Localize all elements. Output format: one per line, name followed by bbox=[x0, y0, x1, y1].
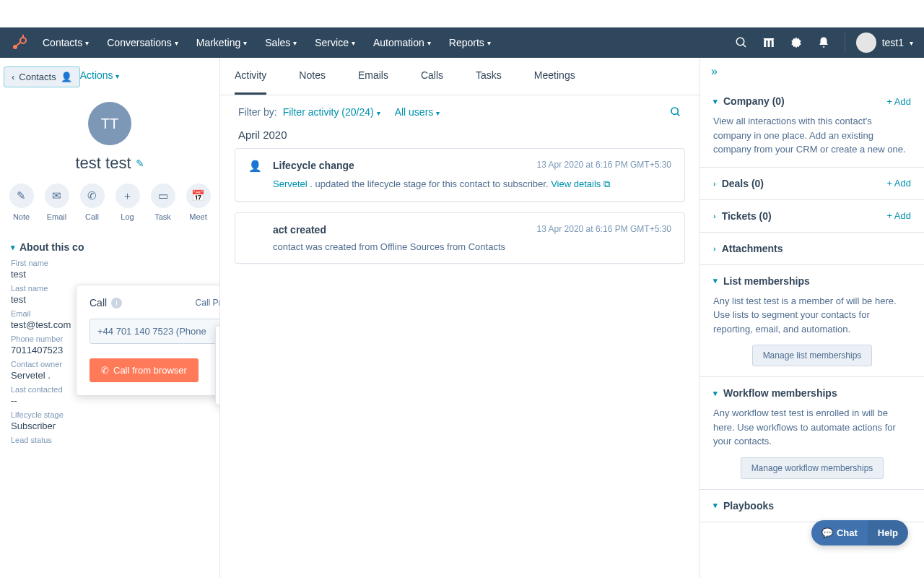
nav-conversations[interactable]: Conversations▾ bbox=[107, 37, 178, 48]
provider-dropdown: RingCentral Servetel HubSpot bbox=[215, 325, 220, 405]
add-deal-button[interactable]: + Add bbox=[886, 178, 911, 189]
tab-activity[interactable]: Activity bbox=[235, 58, 266, 95]
chevron-right-icon[interactable]: › bbox=[713, 212, 716, 220]
call-popover-title: Call bbox=[90, 297, 107, 309]
svg-point-10 bbox=[671, 108, 678, 114]
phone-icon: ✆ bbox=[101, 365, 109, 376]
tab-tasks[interactable]: Tasks bbox=[476, 58, 502, 95]
chevron-right-icon[interactable]: › bbox=[713, 244, 716, 253]
about-section-head[interactable]: ▾About this co bbox=[0, 228, 219, 259]
user-menu[interactable]: test1▾ bbox=[845, 33, 913, 53]
call-provider-label: Call Provider bbox=[196, 298, 220, 308]
tab-meetings[interactable]: Meetings bbox=[534, 58, 575, 95]
svg-line-2 bbox=[17, 42, 21, 46]
chevron-down-icon[interactable]: ▾ bbox=[713, 97, 718, 106]
call-popover: Call i Call Provider Servetel▾ ✆Call fro… bbox=[76, 285, 220, 396]
svg-line-11 bbox=[677, 113, 679, 116]
svg-rect-7 bbox=[767, 40, 770, 47]
edit-name-icon[interactable]: ✎ bbox=[136, 158, 144, 169]
chat-button[interactable]: 💬Chat bbox=[811, 520, 868, 545]
task-button[interactable]: ▭ bbox=[151, 184, 175, 208]
log-button[interactable]: ＋ bbox=[116, 184, 140, 208]
user-avatar-icon bbox=[856, 33, 876, 53]
help-icon[interactable]: i bbox=[111, 298, 122, 309]
filter-users-dropdown[interactable]: All users ▾ bbox=[395, 106, 440, 118]
nav-reports[interactable]: Reports▾ bbox=[449, 37, 491, 48]
timeline-card: 👤 Lifecycle change13 Apr 2020 at 6:16 PM… bbox=[235, 148, 685, 202]
meet-button[interactable]: 📅 bbox=[186, 184, 211, 208]
notifications-icon[interactable] bbox=[817, 36, 830, 49]
filter-label: Filter by: bbox=[238, 106, 277, 118]
external-link-icon: ⧉ bbox=[603, 178, 610, 189]
contact-avatar: TT bbox=[88, 102, 131, 145]
chevron-down-icon[interactable]: ▾ bbox=[713, 389, 718, 398]
add-company-button[interactable]: + Add bbox=[886, 96, 911, 107]
filter-activity-dropdown[interactable]: Filter activity (20/24) ▾ bbox=[283, 106, 380, 118]
chevron-right-icon[interactable]: › bbox=[713, 179, 716, 188]
contact-icon: 👤 bbox=[61, 72, 72, 82]
nav-automation[interactable]: Automation▾ bbox=[373, 37, 431, 48]
email-button[interactable]: ✉ bbox=[45, 184, 69, 208]
hubspot-logo-icon bbox=[11, 34, 28, 51]
phone-input[interactable] bbox=[90, 319, 220, 344]
provider-option-hubspot[interactable]: HubSpot bbox=[216, 378, 220, 400]
back-contacts-button[interactable]: ‹ Contacts 👤 bbox=[4, 66, 80, 87]
call-button[interactable]: ✆ bbox=[80, 184, 105, 208]
tab-calls[interactable]: Calls bbox=[421, 58, 443, 95]
svg-point-4 bbox=[736, 38, 744, 46]
chevron-down-icon[interactable]: ▾ bbox=[713, 501, 718, 510]
activity-search-icon[interactable] bbox=[670, 106, 681, 118]
search-icon[interactable] bbox=[735, 36, 748, 49]
expand-panel-icon[interactable]: » bbox=[700, 58, 924, 85]
nav-contacts[interactable]: Contacts▾ bbox=[43, 37, 89, 48]
svg-rect-8 bbox=[771, 40, 773, 47]
right-panel: » ▾Company (0)+ Add View all interaction… bbox=[700, 58, 924, 578]
tab-emails[interactable]: Emails bbox=[358, 58, 388, 95]
chat-icon: 💬 bbox=[821, 527, 833, 538]
contact-name: test test bbox=[75, 154, 131, 173]
manage-lists-button[interactable]: Manage list memberships bbox=[752, 345, 873, 366]
call-from-browser-button[interactable]: ✆Call from browser bbox=[90, 358, 199, 382]
nav-marketing[interactable]: Marketing▾ bbox=[196, 37, 247, 48]
add-ticket-button[interactable]: + Add bbox=[886, 210, 911, 221]
settings-icon[interactable] bbox=[790, 36, 803, 49]
lifecycle-icon: 👤 bbox=[248, 160, 264, 173]
chevron-down-icon[interactable]: ▾ bbox=[713, 276, 718, 285]
marketplace-icon[interactable] bbox=[762, 36, 775, 49]
timeline-card: act created13 Apr 2020 at 6:16 PM GMT+5:… bbox=[235, 212, 685, 264]
center-panel: Activity Notes Emails Calls Tasks Meetin… bbox=[220, 58, 700, 578]
activity-tabs: Activity Notes Emails Calls Tasks Meetin… bbox=[220, 58, 699, 95]
chevron-left-icon: ‹ bbox=[12, 72, 14, 82]
note-button[interactable]: ✎ bbox=[9, 184, 34, 208]
top-nav: Contacts▾ Conversations▾ Marketing▾ Sale… bbox=[0, 27, 924, 58]
left-panel: ‹ Contacts 👤 Actions ▾ TT test test ✎ ✎N… bbox=[0, 58, 220, 578]
help-button[interactable]: Help bbox=[868, 520, 908, 545]
actions-dropdown[interactable]: Actions ▾ bbox=[80, 69, 120, 81]
view-details-link[interactable]: View details ⧉ bbox=[551, 178, 610, 189]
provider-option-ringcentral[interactable]: RingCentral bbox=[216, 330, 220, 353]
chat-help-widget: 💬Chat Help bbox=[811, 520, 908, 545]
tab-notes[interactable]: Notes bbox=[299, 58, 326, 95]
manage-workflows-button[interactable]: Manage workflow memberships bbox=[741, 457, 884, 479]
nav-service[interactable]: Service▾ bbox=[315, 37, 355, 48]
svg-rect-6 bbox=[764, 40, 766, 47]
nav-sales[interactable]: Sales▾ bbox=[265, 37, 297, 48]
svg-line-5 bbox=[743, 44, 746, 47]
timeline-date-group: April 2020 bbox=[220, 129, 699, 148]
